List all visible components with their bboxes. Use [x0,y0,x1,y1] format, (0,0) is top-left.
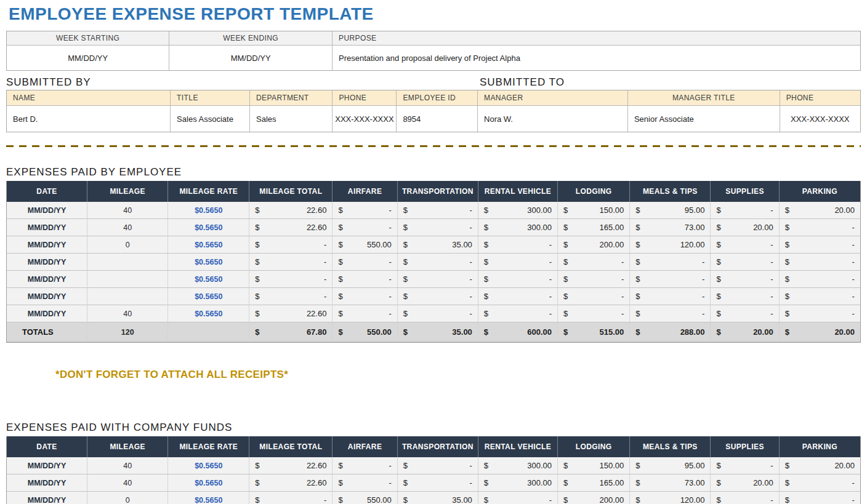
mileage-cell[interactable]: 0 [87,236,168,254]
lodging-cell[interactable]: $- [558,254,630,271]
parking-cell[interactable]: $20.00 [780,457,860,474]
manager-value[interactable]: Nora W. [478,106,628,132]
transportation-cell[interactable]: $35.00 [398,236,478,254]
date-cell[interactable]: MM/DD/YY [7,219,87,236]
lodging-cell[interactable]: $- [558,288,630,305]
date-cell[interactable]: MM/DD/YY [7,492,87,504]
mileage-cell[interactable]: 40 [87,457,168,474]
rental-vehicle-cell[interactable]: $300.00 [478,202,558,219]
manager-title-value[interactable]: Senior Associate [628,106,780,132]
transportation-cell[interactable]: $- [398,457,478,474]
date-cell[interactable]: MM/DD/YY [7,457,87,474]
mileage-rate-cell[interactable]: $0.5650 [168,305,249,322]
airfare-cell[interactable]: $- [333,254,397,271]
week-starting-value[interactable]: MM/DD/YY [7,46,169,70]
rental-vehicle-cell[interactable]: $- [478,492,558,504]
transportation-cell[interactable]: $- [398,271,478,288]
mileage-total-cell[interactable]: $- [249,236,333,254]
mileage-cell[interactable] [87,288,168,305]
mileage-cell[interactable]: 0 [87,492,168,504]
meals-tips-cell[interactable]: $- [630,271,711,288]
date-cell[interactable]: MM/DD/YY [7,202,87,219]
transportation-cell[interactable]: $- [398,305,478,322]
date-cell[interactable]: MM/DD/YY [7,236,87,254]
airfare-cell[interactable]: $- [333,202,397,219]
transportation-cell[interactable]: $35.00 [398,492,478,504]
parking-cell[interactable]: $- [780,254,860,271]
rental-vehicle-cell[interactable]: $300.00 [478,219,558,236]
date-cell[interactable]: MM/DD/YY [7,288,87,305]
title-value[interactable]: Sales Associate [171,106,250,132]
mileage-cell[interactable]: 40 [87,305,168,322]
airfare-cell[interactable]: $- [333,288,397,305]
supplies-cell[interactable]: $- [711,305,779,322]
date-cell[interactable]: MM/DD/YY [7,254,87,271]
mileage-rate-cell[interactable]: $0.5650 [168,236,249,254]
rental-vehicle-cell[interactable]: $- [478,236,558,254]
parking-cell[interactable]: $- [780,474,860,492]
supplies-cell[interactable]: $- [711,457,779,474]
mileage-total-cell[interactable]: $22.60 [249,457,333,474]
lodging-cell[interactable]: $200.00 [558,492,630,504]
transportation-cell[interactable]: $- [398,474,478,492]
rental-vehicle-cell[interactable]: $- [478,254,558,271]
mileage-total-cell[interactable]: $22.60 [249,305,333,322]
mileage-rate-cell[interactable]: $0.5650 [168,492,249,504]
lodging-cell[interactable]: $150.00 [558,457,630,474]
mileage-total-cell[interactable]: $- [249,254,333,271]
airfare-cell[interactable]: $- [333,305,397,322]
supplies-cell[interactable]: $- [711,202,779,219]
airfare-cell[interactable]: $550.00 [333,492,397,504]
airfare-cell[interactable]: $- [333,271,397,288]
mileage-cell[interactable] [87,271,168,288]
parking-cell[interactable]: $- [780,288,860,305]
mileage-cell[interactable]: 40 [87,474,168,492]
mileage-rate-cell[interactable]: $0.5650 [168,254,249,271]
mileage-cell[interactable]: 40 [87,202,168,219]
supplies-cell[interactable]: $- [711,288,779,305]
mileage-cell[interactable]: 40 [87,219,168,236]
mileage-rate-cell[interactable]: $0.5650 [168,288,249,305]
mileage-total-cell[interactable]: $22.60 [249,219,333,236]
meals-tips-cell[interactable]: $73.00 [630,219,711,236]
date-cell[interactable]: MM/DD/YY [7,305,87,322]
department-value[interactable]: Sales [250,106,333,132]
name-value[interactable]: Bert D. [7,106,171,132]
supplies-cell[interactable]: $20.00 [711,219,779,236]
meals-tips-cell[interactable]: $- [630,254,711,271]
meals-tips-cell[interactable]: $120.00 [630,492,711,504]
parking-cell[interactable]: $- [780,271,860,288]
mileage-rate-cell[interactable]: $0.5650 [168,219,249,236]
lodging-cell[interactable]: $165.00 [558,474,630,492]
mileage-rate-cell[interactable]: $0.5650 [168,271,249,288]
mileage-rate-cell[interactable]: $0.5650 [168,474,249,492]
parking-cell[interactable]: $- [780,219,860,236]
mileage-rate-cell[interactable]: $0.5650 [168,202,249,219]
phone-value[interactable]: XXX-XXX-XXXX [333,106,397,132]
transportation-cell[interactable]: $- [398,202,478,219]
airfare-cell[interactable]: $- [333,474,397,492]
mileage-total-cell[interactable]: $- [249,271,333,288]
lodging-cell[interactable]: $165.00 [558,219,630,236]
meals-tips-cell[interactable]: $120.00 [630,236,711,254]
lodging-cell[interactable]: $- [558,271,630,288]
airfare-cell[interactable]: $550.00 [333,236,397,254]
mileage-total-cell[interactable]: $- [249,288,333,305]
lodging-cell[interactable]: $150.00 [558,202,630,219]
parking-cell[interactable]: $- [780,236,860,254]
supplies-cell[interactable]: $- [711,236,779,254]
lodging-cell[interactable]: $- [558,305,630,322]
meals-tips-cell[interactable]: $95.00 [630,457,711,474]
rental-vehicle-cell[interactable]: $300.00 [478,474,558,492]
rental-vehicle-cell[interactable]: $- [478,271,558,288]
date-cell[interactable]: MM/DD/YY [7,271,87,288]
purpose-value[interactable]: Presentation and proposal delivery of Pr… [333,46,860,70]
airfare-cell[interactable]: $- [333,219,397,236]
mileage-total-cell[interactable]: $22.60 [249,474,333,492]
lodging-cell[interactable]: $200.00 [558,236,630,254]
meals-tips-cell[interactable]: $- [630,305,711,322]
week-ending-value[interactable]: MM/DD/YY [169,46,333,70]
rental-vehicle-cell[interactable]: $300.00 [478,457,558,474]
date-cell[interactable]: MM/DD/YY [7,474,87,492]
meals-tips-cell[interactable]: $- [630,288,711,305]
